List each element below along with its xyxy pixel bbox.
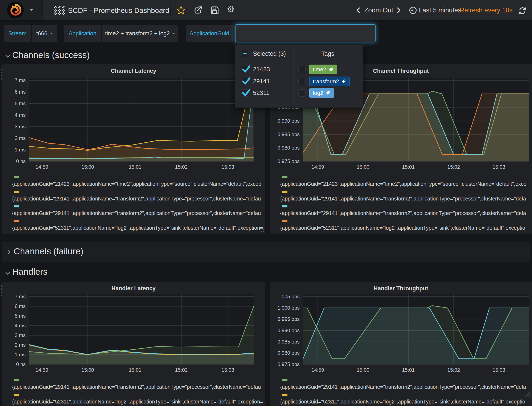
legend-item[interactable]: {applicationGuid="29141",applicationName…	[12, 191, 264, 202]
svg-text:7 ms: 7 ms	[15, 77, 26, 83]
tags-header-label: Tags	[298, 50, 357, 57]
legend-item[interactable]: {applicationGuid="29141",applicationName…	[12, 205, 264, 216]
legend-swatch[interactable]	[14, 205, 19, 207]
svg-text:15:03: 15:03	[493, 164, 505, 170]
chevron-left-icon[interactable]	[355, 6, 362, 15]
legend-swatch[interactable]	[14, 220, 19, 222]
section-header-channels-failure[interactable]: Channels (failure)	[14, 246, 84, 256]
legend-label[interactable]: {applicationGuid="29141",applicationName…	[12, 196, 264, 202]
tag-checkbox-transform2[interactable]	[298, 78, 306, 85]
svg-text:0.985 ops: 0.985 ops	[278, 339, 300, 345]
svg-text:15:03: 15:03	[221, 367, 234, 373]
tag-checkbox-time2[interactable]	[298, 66, 306, 73]
tag-chip-log2[interactable]: log2	[309, 88, 334, 98]
panel-handler-throughput: Handler Throughput 0.975 ops0.980 ops0.9…	[270, 282, 532, 406]
gear-icon[interactable]: ⚙	[227, 5, 236, 14]
legend-swatch[interactable]	[14, 394, 19, 396]
tag-icon	[325, 90, 330, 95]
popup-divider	[294, 49, 294, 104]
variable-value-stream[interactable]: t666	[32, 25, 57, 42]
legend-item[interactable]: {applicationGuid="21423",applicationName…	[12, 176, 264, 187]
section-row-channels-failure[interactable]: Channels (failure)	[2, 242, 530, 261]
collapse-caret-icon[interactable]	[5, 53, 11, 59]
legend-label[interactable]: {applicationGuid="21423",applicationName…	[12, 181, 264, 187]
svg-text:5 ms: 5 ms	[15, 101, 26, 106]
legend-swatch[interactable]	[14, 176, 19, 178]
tag-chip-transform2[interactable]: transform2	[309, 77, 350, 86]
star-icon[interactable]	[176, 6, 186, 15]
select-all-checkbox[interactable]	[242, 50, 249, 57]
legend-swatch[interactable]	[282, 394, 288, 396]
legend-item[interactable]: {applicationGuid="52311",applicationName…	[280, 220, 531, 231]
refresh-interval-picker[interactable]: Refresh every 10s	[460, 7, 513, 14]
legend-label[interactable]: {applicationGuid="52311",applicationName…	[280, 399, 531, 405]
legend-item[interactable]: {applicationGuid="29141",applicationName…	[280, 205, 531, 216]
legend-swatch[interactable]	[282, 205, 288, 207]
grafana-logo-icon	[7, 1, 24, 19]
legend-item[interactable]: {applicationGuid="29141",applicationName…	[280, 379, 531, 390]
stream-value-text: t666	[36, 30, 48, 37]
share-icon[interactable]	[193, 6, 203, 15]
svg-text:0.980 ops: 0.980 ops	[278, 350, 300, 356]
variable-label-applicationguid: ApplicationGuid	[186, 25, 233, 42]
legend-label[interactable]: {applicationGuid="21423",applicationName…	[280, 181, 531, 187]
legend-item[interactable]: {applicationGuid="21423",applicationName…	[280, 176, 531, 187]
legend-label[interactable]: {applicationGuid="29141",applicationName…	[12, 210, 264, 216]
svg-text:1.005 ops: 1.005 ops	[278, 294, 300, 299]
svg-text:15:01: 15:01	[402, 367, 415, 373]
chevron-right-icon[interactable]	[395, 6, 402, 15]
legend-swatch[interactable]	[14, 191, 19, 193]
legend-item[interactable]: {applicationGuid="29141",applicationName…	[280, 191, 531, 202]
svg-text:0 ns: 0 ns	[16, 361, 26, 367]
applicationguid-dropdown: Selected (3) Tags 21423 29141 52311 time…	[235, 45, 363, 108]
tag-chip-time2[interactable]: time2	[309, 65, 337, 74]
svg-text:15:00: 15:00	[81, 164, 94, 170]
legend-label[interactable]: {applicationGuid="52311",applicationName…	[280, 225, 531, 231]
section-header-channels-success[interactable]: Channels (success)	[12, 50, 90, 60]
legend-label[interactable]: {applicationGuid="52311",applicationName…	[12, 225, 264, 231]
variable-value-application[interactable]: time2 + transform2 + log2	[102, 25, 178, 42]
legend-item[interactable]: {applicationGuid="29141",applicationName…	[12, 379, 264, 390]
refresh-icon[interactable]	[518, 6, 527, 15]
navbar: SCDF - Prometheus Dashboard ⚙ Zoom Out	[0, 0, 532, 21]
svg-text:15:03: 15:03	[221, 164, 234, 170]
option-checkbox-52311[interactable]	[242, 89, 249, 97]
legend-label[interactable]: {applicationGuid="52311",applicationName…	[12, 399, 264, 405]
option-checkbox-29141[interactable]	[242, 78, 249, 85]
option-label[interactable]: 52311	[253, 89, 270, 96]
section-header-handlers[interactable]: Handlers	[12, 267, 48, 277]
legend-swatch[interactable]	[282, 379, 288, 381]
svg-text:2 ms: 2 ms	[15, 342, 26, 348]
legend-swatch[interactable]	[282, 191, 288, 193]
zoom-out-button[interactable]: Zoom Out	[364, 7, 393, 14]
tag-label: transform2	[313, 78, 339, 85]
time-range-picker[interactable]: Last 5 minutes	[419, 7, 461, 14]
tag-checkbox-log2[interactable]	[298, 89, 306, 97]
panel-handler-latency: Handler Latency 0 ns1 ms2 ms3 ms4 ms5 ms…	[2, 282, 265, 406]
applicationguid-input[interactable]	[235, 24, 375, 42]
grafana-menu-caret-icon	[30, 9, 33, 11]
expand-caret-icon	[6, 249, 12, 255]
legend-swatch[interactable]	[14, 379, 19, 381]
collapse-caret-icon[interactable]	[5, 270, 11, 276]
legend-item[interactable]: {applicationGuid="52311",applicationName…	[12, 394, 264, 405]
legend-label[interactable]: {applicationGuid="29141",applicationName…	[12, 384, 264, 390]
legend-swatch[interactable]	[282, 220, 288, 222]
legend-item[interactable]: {applicationGuid="52311",applicationName…	[12, 220, 264, 231]
dashboard-title[interactable]: SCDF - Prometheus Dashboard	[68, 6, 169, 14]
panel-channel-latency: Channel Latency 0 ns1 ms2 ms3 ms4 ms5 ms…	[2, 64, 265, 233]
svg-text:0.990 ops: 0.990 ops	[278, 118, 300, 124]
svg-text:15:00: 15:00	[81, 367, 94, 373]
legend-label[interactable]: {applicationGuid="29141",applicationName…	[280, 210, 531, 216]
legend-item[interactable]: {applicationGuid="52311",applicationName…	[280, 394, 531, 405]
legend-label[interactable]: {applicationGuid="29141",applicationName…	[280, 196, 531, 202]
option-label[interactable]: 21423	[253, 66, 270, 73]
option-label[interactable]: 29141	[253, 78, 270, 85]
tag-label: time2	[313, 66, 326, 73]
legend-swatch[interactable]	[282, 176, 288, 178]
option-checkbox-21423[interactable]	[242, 66, 249, 73]
tag-icon	[328, 67, 333, 72]
grafana-menu-button[interactable]	[0, 0, 43, 20]
save-icon[interactable]	[210, 6, 220, 15]
legend-label[interactable]: {applicationGuid="29141",applicationName…	[280, 384, 531, 390]
